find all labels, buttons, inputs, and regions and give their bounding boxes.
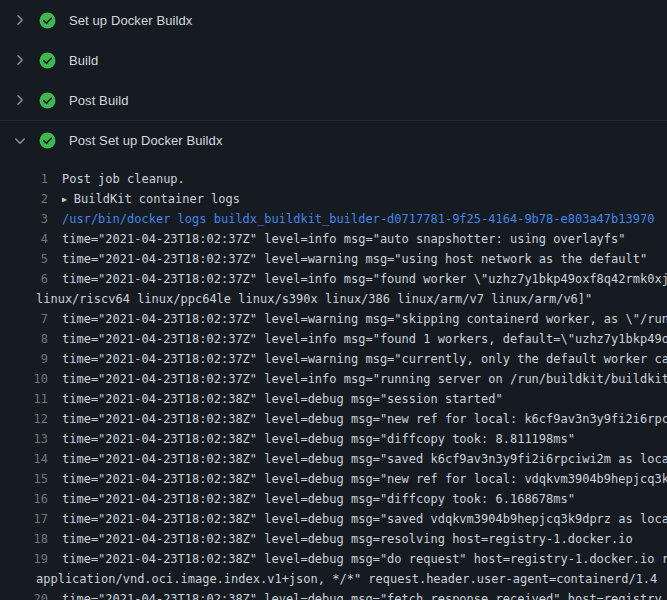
log-line-text: time="2021-04-23T18:02:38Z" level=debug … [62,409,667,429]
log-line-text: time="2021-04-23T18:02:38Z" level=debug … [62,449,667,469]
log-line: 1 Post job cleanup. [0,169,667,189]
log-line-text: time="2021-04-23T18:02:37Z" level=warnin… [62,349,667,369]
section-header-post-set-up-docker-buildx[interactable]: Post Set up Docker Buildx [0,120,667,160]
log-line: 3 /usr/bin/docker logs buildx_buildkit_b… [0,209,667,229]
log-group-toggle-icon[interactable]: ▶ [62,190,67,210]
log-line-text: application/vnd.oci.image.index.v1+json,… [36,569,657,589]
log-line: 17 time="2021-04-23T18:02:38Z" level=deb… [0,509,667,529]
log-line: 15 time="2021-04-23T18:02:38Z" level=deb… [0,469,667,489]
log-line-number[interactable]: 10 [0,369,48,389]
log-line-number[interactable]: 11 [0,389,48,409]
log-line-number[interactable]: 14 [0,449,48,469]
log-line: 5 time="2021-04-23T18:02:37Z" level=warn… [0,249,667,269]
chevron-right-icon [12,52,28,68]
success-check-icon [39,52,56,69]
chevron-right-icon [12,92,28,108]
log-line: 10 time="2021-04-23T18:02:37Z" level=inf… [0,369,667,389]
chevron-right-icon [12,12,28,28]
log-line-number[interactable]: 1 [0,169,48,189]
log-line-number[interactable]: 12 [0,409,48,429]
log-line-number[interactable]: 13 [0,429,48,449]
section-label: Set up Docker Buildx [69,13,192,28]
log-group-label: BuildKit container logs [74,192,240,206]
log-line: 6 time="2021-04-23T18:02:37Z" level=info… [0,269,667,289]
success-check-icon [39,12,56,29]
log-line-text: time="2021-04-23T18:02:38Z" level=debug … [62,469,667,489]
success-check-icon [39,92,56,109]
section-label: Post Build [69,93,129,108]
log-line: 20 time="2021-04-23T18:02:38Z" level=deb… [0,589,667,600]
log-line-number[interactable]: 8 [0,329,48,349]
chevron-down-icon [12,133,28,149]
log-line-text: time="2021-04-23T18:02:38Z" level=debug … [62,389,503,409]
log-line-text: ▶BuildKit container logs [62,189,240,209]
log-line-number[interactable]: 19 [0,549,48,569]
log-line: 9 time="2021-04-23T18:02:37Z" level=warn… [0,349,667,369]
log-line-text: time="2021-04-23T18:02:37Z" level=info m… [62,329,667,349]
log-line-text: /usr/bin/docker logs buildx_buildkit_bui… [62,209,654,229]
success-check-icon [39,132,56,149]
log-line-number[interactable]: 5 [0,249,48,269]
log-line: 14 time="2021-04-23T18:02:38Z" level=deb… [0,449,667,469]
sections-list: Set up Docker Buildx Build P [0,0,667,160]
log-line-text: time="2021-04-23T18:02:37Z" level=info m… [62,369,667,389]
log-line: 11 time="2021-04-23T18:02:38Z" level=deb… [0,389,667,409]
log-line-number[interactable]: 9 [0,349,48,369]
log-line-text: time="2021-04-23T18:02:37Z" level=info m… [62,269,667,289]
section-header-build[interactable]: Build [0,40,667,80]
log-line: 8 time="2021-04-23T18:02:37Z" level=info… [0,329,667,349]
log-line-number[interactable]: 15 [0,469,48,489]
log-line-number[interactable]: 6 [0,269,48,289]
log-line-number[interactable]: 18 [0,529,48,549]
log-line-text: time="2021-04-23T18:02:38Z" level=debug … [62,529,633,549]
log-line: 12 time="2021-04-23T18:02:38Z" level=deb… [0,409,667,429]
log-line-text: time="2021-04-23T18:02:38Z" level=debug … [62,549,667,569]
log-line-number[interactable]: 17 [0,509,48,529]
log-line-text: time="2021-04-23T18:02:37Z" level=info m… [62,229,626,249]
log-line-text: time="2021-04-23T18:02:37Z" level=warnin… [62,249,647,269]
log-line-text: Post job cleanup. [62,169,185,189]
log-line-number[interactable]: 3 [0,209,48,229]
log-line-text: time="2021-04-23T18:02:37Z" level=warnin… [62,309,667,329]
log-line: 13 time="2021-04-23T18:02:38Z" level=deb… [0,429,667,449]
log-line-number[interactable]: 4 [0,229,48,249]
log-line-number[interactable]: 7 [0,309,48,329]
log-line[interactable]: 2 ▶BuildKit container logs [0,189,667,209]
log-line-text: time="2021-04-23T18:02:38Z" level=debug … [62,489,575,509]
log-line: 16 time="2021-04-23T18:02:38Z" level=deb… [0,489,667,509]
section-label: Build [69,53,98,68]
section-label: Post Set up Docker Buildx [69,133,223,148]
log-line-text: time="2021-04-23T18:02:38Z" level=debug … [62,509,667,529]
log-line: application/vnd.oci.image.index.v1+json,… [0,569,667,589]
log-line-text: linux/riscv64 linux/ppc64le linux/s390x … [36,289,592,309]
log-line-number[interactable]: 16 [0,489,48,509]
log-line-text: time="2021-04-23T18:02:38Z" level=debug … [62,589,662,600]
log-line: 19 time="2021-04-23T18:02:38Z" level=deb… [0,549,667,569]
log-line-number[interactable]: 20 [0,589,48,600]
log-line-number[interactable]: 2 [0,189,48,209]
log-line-text: time="2021-04-23T18:02:38Z" level=debug … [62,429,575,449]
section-header-post-build[interactable]: Post Build [0,80,667,120]
log-line: 4 time="2021-04-23T18:02:37Z" level=info… [0,229,667,249]
section-header-set-up-docker-buildx[interactable]: Set up Docker Buildx [0,0,667,40]
log-lines: 1 Post job cleanup. 2 ▶BuildKit containe… [0,160,667,600]
log-line: 18 time="2021-04-23T18:02:38Z" level=deb… [0,529,667,549]
actions-log-viewer: Set up Docker Buildx Build P [0,0,667,600]
log-line: 7 time="2021-04-23T18:02:37Z" level=warn… [0,309,667,329]
log-line: linux/riscv64 linux/ppc64le linux/s390x … [0,289,667,309]
